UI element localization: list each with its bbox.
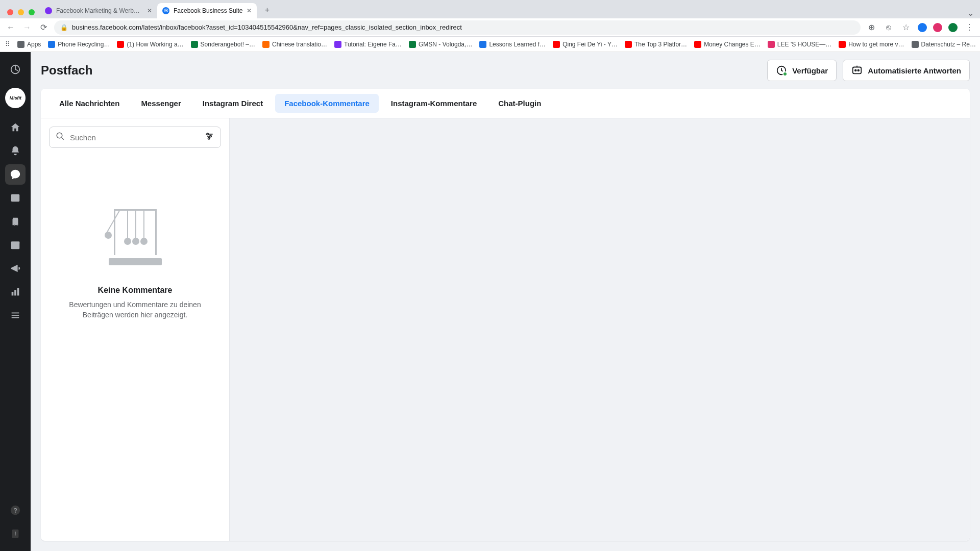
automation-icon: [851, 64, 863, 77]
svg-point-17: [858, 69, 860, 71]
bookmark-favicon: [625, 41, 632, 48]
svg-point-20: [210, 135, 211, 137]
svg-point-16: [855, 69, 856, 71]
url-text: business.facebook.com/latest/inbox/faceb…: [72, 23, 462, 31]
bookmark-item[interactable]: Datenschutz – Re…: [912, 41, 976, 48]
instagram-extension-icon[interactable]: [933, 23, 942, 32]
search-box[interactable]: [49, 127, 221, 148]
back-button[interactable]: ←: [5, 22, 16, 33]
bookmark-item[interactable]: The Top 3 Platfor…: [625, 41, 687, 48]
browser-tab-strip: Facebook Marketing & Werbea… ✕ ⦿ Faceboo…: [0, 0, 980, 18]
inbox-tabs: Alle Nachrichten Messenger Instagram Dir…: [41, 89, 970, 118]
bookmark-favicon: [262, 41, 270, 48]
zoom-icon[interactable]: ⊕: [866, 22, 877, 33]
bookmark-item[interactable]: GMSN - Vologda,…: [409, 41, 472, 48]
business-suite-logo-icon[interactable]: [5, 59, 26, 80]
bookmark-star-icon[interactable]: ☆: [900, 22, 912, 33]
header-actions: Verfügbar Automatisierte Antworten: [767, 60, 970, 81]
tab-instagram-comments[interactable]: Instagram-Kommentare: [382, 94, 486, 113]
automated-responses-button[interactable]: Automatisierte Antworten: [843, 60, 970, 81]
tab-favicon: ⦿: [162, 7, 169, 14]
rail-commerce-icon[interactable]: [5, 211, 26, 232]
bookmark-item[interactable]: Qing Fei De Yi - Y…: [553, 41, 618, 48]
rail-more-icon[interactable]: [5, 305, 26, 325]
availability-label: Verfügbar: [792, 66, 828, 75]
window-close-button[interactable]: [7, 9, 13, 15]
bookmark-item[interactable]: Phone Recycling…: [48, 41, 110, 48]
bookmarks-bar: ⠿ Apps Phone Recycling… (1) How Working …: [0, 37, 980, 52]
panel-body: Keine Kommentare Bewertungen und Komment…: [41, 118, 970, 541]
browser-toolbar: ← → ⟳ 🔒 business.facebook.com/latest/inb…: [0, 18, 980, 37]
svg-rect-3: [11, 242, 20, 244]
window-controls: [4, 9, 40, 18]
empty-state: Keine Kommentare Bewertungen und Komment…: [49, 209, 221, 320]
tab-label: Facebook Business Suite: [174, 7, 242, 14]
tab-favicon: [45, 7, 52, 14]
rail-home-icon[interactable]: [5, 117, 26, 138]
browser-tab-active[interactable]: ⦿ Facebook Business Suite ✕: [157, 3, 257, 18]
newtons-cradle-illustration: [105, 209, 166, 265]
bookmark-favicon: [409, 41, 416, 48]
svg-rect-1: [11, 194, 20, 202]
bookmark-favicon: [48, 41, 55, 48]
profile-avatar-icon[interactable]: [948, 23, 958, 32]
search-input[interactable]: [70, 133, 199, 142]
tabs-dropdown-icon[interactable]: ⌄: [965, 7, 976, 18]
page-avatar[interactable]: Misfit: [5, 88, 26, 108]
automated-responses-label: Automatisierte Antworten: [868, 66, 961, 75]
bookmark-item[interactable]: Apps: [17, 41, 41, 48]
bookmark-favicon: [479, 41, 486, 48]
tab-close-icon[interactable]: ✕: [147, 7, 152, 14]
availability-button[interactable]: Verfügbar: [767, 60, 837, 81]
bookmark-favicon: [768, 41, 775, 48]
apps-grid-icon[interactable]: ⠿: [5, 39, 10, 50]
bookmark-item[interactable]: LEE 'S HOUSE—…: [768, 41, 831, 48]
facebook-extension-icon[interactable]: [918, 23, 927, 32]
address-bar[interactable]: 🔒 business.facebook.com/latest/inbox/fac…: [54, 20, 861, 35]
bookmark-favicon: [839, 41, 846, 48]
tab-all-messages[interactable]: Alle Nachrichten: [50, 94, 129, 113]
main-content: Postfach Verfügbar Automatisierte Ant: [31, 52, 980, 551]
rail-ads-icon[interactable]: [5, 258, 26, 279]
bookmark-item[interactable]: Sonderangebot! –…: [191, 41, 255, 48]
bookmark-favicon: [17, 41, 24, 48]
tab-facebook-comments[interactable]: Facebook-Kommentare: [275, 94, 379, 113]
rail-inbox-icon[interactable]: [5, 164, 26, 185]
conversation-detail-column: [230, 118, 970, 541]
bookmark-item[interactable]: Lessons Learned f…: [479, 41, 546, 48]
window-minimize-button[interactable]: [18, 9, 24, 15]
bookmark-item[interactable]: Money Changes E…: [694, 41, 761, 48]
bookmark-favicon: [553, 41, 560, 48]
tab-messenger[interactable]: Messenger: [132, 94, 190, 113]
bookmark-item[interactable]: Chinese translatio…: [262, 41, 327, 48]
filter-icon[interactable]: [204, 131, 214, 143]
tab-instagram-direct[interactable]: Instagram Direct: [193, 94, 272, 113]
tab-close-icon[interactable]: ✕: [247, 7, 252, 14]
side-rail: Misfit ? !: [0, 52, 31, 551]
browser-tab-inactive[interactable]: Facebook Marketing & Werbea… ✕: [40, 3, 157, 18]
menu-icon[interactable]: ⋮: [964, 22, 975, 33]
rail-insights-icon[interactable]: [5, 282, 26, 302]
bookmark-favicon: [912, 41, 919, 48]
share-icon[interactable]: ⎋: [883, 22, 894, 33]
rail-posts-icon[interactable]: [5, 188, 26, 208]
bookmark-favicon: [117, 41, 124, 48]
rail-calendar-icon[interactable]: [5, 235, 26, 255]
bookmark-item[interactable]: Tutorial: Eigene Fa…: [334, 41, 402, 48]
page-title: Postfach: [41, 63, 92, 78]
bookmark-item[interactable]: (1) How Working a…: [117, 41, 183, 48]
bookmark-item[interactable]: How to get more v…: [839, 41, 904, 48]
rail-bell-icon[interactable]: [5, 141, 26, 161]
tab-chat-plugin[interactable]: Chat-Plugin: [489, 94, 550, 113]
inbox-panel: Alle Nachrichten Messenger Instagram Dir…: [41, 89, 970, 541]
page-header: Postfach Verfügbar Automatisierte Ant: [41, 52, 970, 89]
svg-rect-5: [14, 290, 16, 295]
reload-button[interactable]: ⟳: [38, 22, 49, 33]
conversation-list-column: Keine Kommentare Bewertungen und Komment…: [41, 118, 230, 541]
rail-help-icon[interactable]: ?: [5, 500, 26, 520]
forward-button[interactable]: →: [21, 22, 33, 33]
rail-report-icon[interactable]: !: [5, 523, 26, 544]
new-tab-button[interactable]: +: [260, 3, 274, 17]
window-maximize-button[interactable]: [29, 9, 35, 15]
app-container: Misfit ? ! Postfach: [0, 52, 980, 551]
